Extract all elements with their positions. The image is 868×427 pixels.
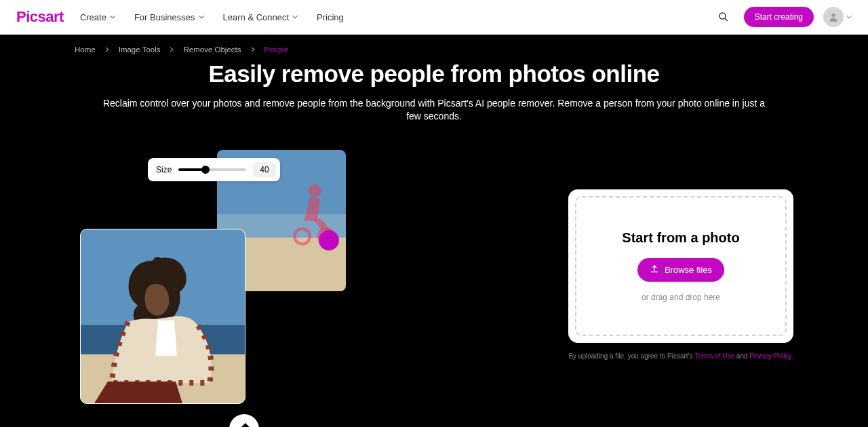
svg-point-0 xyxy=(719,13,726,19)
brand-logo[interactable]: Picsart xyxy=(16,8,64,26)
svg-point-3 xyxy=(309,184,321,197)
breadcrumb: Home Image Tools Remove Objects People xyxy=(75,35,868,59)
account-menu[interactable] xyxy=(823,7,852,27)
chevron-down-icon xyxy=(199,14,204,20)
drag-hint: or drag and drop here xyxy=(590,293,772,302)
chevron-right-icon xyxy=(251,47,255,52)
nav-item-businesses[interactable]: For Businesses xyxy=(134,12,204,22)
page-content: Home Image Tools Remove Objects People E… xyxy=(0,35,868,427)
privacy-link[interactable]: Privacy Policy xyxy=(749,352,791,360)
svg-point-4 xyxy=(294,229,310,244)
upload-icon xyxy=(650,264,659,276)
browse-files-button[interactable]: Browse files xyxy=(637,258,724,282)
page-subtitle: Reclaim control over your photos and rem… xyxy=(95,97,773,123)
hero: Easily remove people from photos online … xyxy=(0,60,868,123)
breadcrumb-home[interactable]: Home xyxy=(75,45,96,54)
start-creating-button[interactable]: Start creating xyxy=(744,7,814,27)
header-right: Start creating xyxy=(713,6,852,28)
browse-label: Browse files xyxy=(665,265,712,275)
size-value: 40 xyxy=(253,162,275,177)
search-icon[interactable] xyxy=(713,6,734,28)
upload-column: Start from a photo Browse files or drag … xyxy=(568,189,793,360)
upload-legal: By uploading a file, you agree to Picsar… xyxy=(568,352,793,360)
main-nav: Create For Businesses Learn & Connect Pr… xyxy=(80,12,344,22)
upload-card: Start from a photo Browse files or drag … xyxy=(568,189,793,343)
chevron-right-icon xyxy=(105,47,109,52)
nav-item-learn[interactable]: Learn & Connect xyxy=(223,12,298,22)
breadcrumb-image-tools[interactable]: Image Tools xyxy=(119,45,161,54)
upload-dropzone[interactable]: Start from a photo Browse files or drag … xyxy=(575,196,787,336)
chevron-down-icon xyxy=(110,14,115,20)
avatar-icon xyxy=(823,7,844,27)
top-header: Picsart Create For Businesses Learn & Co… xyxy=(0,0,868,35)
page-title: Easily remove people from photos online xyxy=(75,60,793,88)
legal-prefix: By uploading a file, you agree to Picsar… xyxy=(568,352,694,360)
person-silhouette-icon xyxy=(87,247,243,403)
breadcrumb-people: People xyxy=(264,45,289,54)
legal-and: and xyxy=(734,352,749,360)
size-label: Size xyxy=(156,165,172,174)
upload-title: Start from a photo xyxy=(590,230,772,246)
chevron-right-icon xyxy=(170,47,174,52)
chevron-down-icon xyxy=(846,14,852,20)
demo-photo-after xyxy=(80,229,245,404)
header-left: Picsart Create For Businesses Learn & Co… xyxy=(16,8,344,26)
eraser-fab-icon xyxy=(229,414,259,427)
terms-link[interactable]: Terms of Use xyxy=(694,352,734,360)
nav-label: Create xyxy=(80,12,106,22)
brush-cursor-icon xyxy=(319,230,339,250)
main-columns: Size 40 xyxy=(0,147,868,405)
svg-point-2 xyxy=(831,14,835,17)
legal-period: . xyxy=(791,352,793,360)
size-slider[interactable] xyxy=(178,168,246,171)
brush-size-control[interactable]: Size 40 xyxy=(148,158,280,181)
nav-item-pricing[interactable]: Pricing xyxy=(317,12,344,22)
breadcrumb-remove-objects[interactable]: Remove Objects xyxy=(183,45,241,54)
nav-label: Pricing xyxy=(317,12,344,22)
slider-knob[interactable] xyxy=(201,166,210,174)
svg-line-1 xyxy=(725,18,728,21)
nav-label: Learn & Connect xyxy=(223,12,290,22)
demo-illustration: Size 40 xyxy=(75,147,414,405)
nav-label: For Businesses xyxy=(134,12,195,22)
chevron-down-icon xyxy=(292,14,298,20)
nav-item-create[interactable]: Create xyxy=(80,12,115,22)
